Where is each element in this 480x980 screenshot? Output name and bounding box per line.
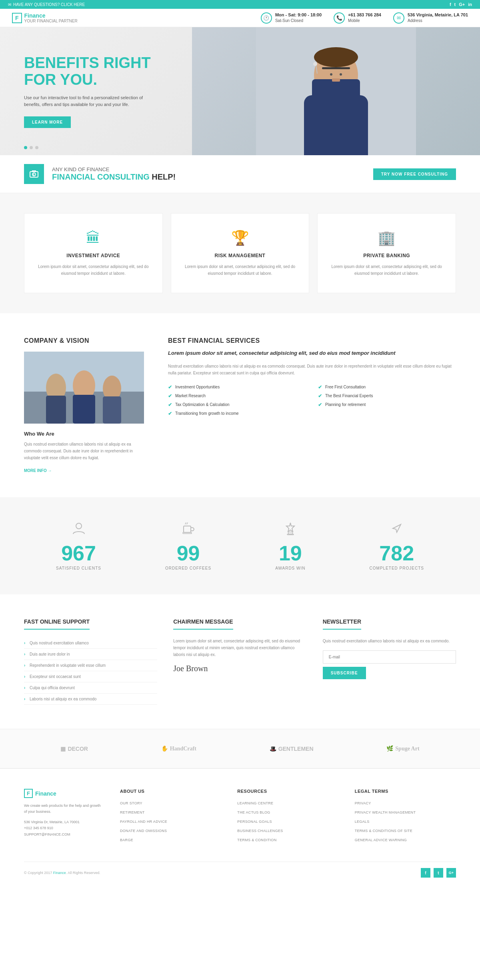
footer-link-donate[interactable]: DONATE AND OMISSIONS <box>120 829 167 833</box>
newsletter-title: NEWSLETTER <box>323 618 361 630</box>
consulting-icon: $ <box>24 164 44 184</box>
footer-link-personal-goals[interactable]: PERSONAL GOALS <box>237 820 272 824</box>
footer-facebook-icon[interactable]: f <box>421 868 430 878</box>
hero-title: BENEFITS RIGHT FOR YOU. <box>24 55 151 88</box>
footer-link-barge[interactable]: BARGE <box>120 838 133 842</box>
support-item-6: Laboris nisi ut aliquip ex ea commodo <box>24 694 157 705</box>
hero-dot-3[interactable] <box>35 146 38 149</box>
footer-link-learning[interactable]: LEARNING CENTRE <box>237 801 273 805</box>
facebook-icon[interactable]: f <box>450 2 451 7</box>
footer-link-our-story[interactable]: OUR STORY <box>120 801 142 805</box>
check-icon-4: ✔ <box>318 393 322 399</box>
service-title-banking: PRIVATE BANKING <box>330 253 444 258</box>
svg-rect-26 <box>184 526 191 532</box>
phone-icon: 📞 <box>334 12 345 24</box>
partners-section: ▦ DECOR ✋ HandCraft 🎩 GENTLEMEN 🌿 Spuge … <box>0 729 480 768</box>
clients-label: SATISFIED CLIENTS <box>56 566 101 570</box>
awards-label: AWARDS WIN <box>275 566 305 570</box>
awards-icon <box>275 521 305 539</box>
footer-logo-box: F <box>24 789 33 798</box>
footer-link-general-advice[interactable]: GENERAL ADVICE WARNING <box>355 838 407 842</box>
company-vision-title: COMPANY & VISION <box>24 337 144 344</box>
footer-logo-name: Finance <box>35 790 56 797</box>
svg-point-25 <box>76 523 82 529</box>
svg-rect-27 <box>183 532 192 534</box>
hours-label: Mon - Sat: 9:00 - 18:00 <box>275 12 322 18</box>
footer-link-privacy-wealth[interactable]: PRIVACY WEALTH MANAGEMENT <box>355 810 416 814</box>
footer-top: F Finance We create web products for the… <box>24 789 456 846</box>
top-bar-question[interactable]: HAVE ANY QUESTIONS? CLICK HERE <box>13 2 85 7</box>
support-item-5: Culpa qui officia doevrunt <box>24 682 157 694</box>
newsletter-email-input[interactable] <box>323 650 456 664</box>
chairman-text: Lorem ipsum dolor sit amet, consectetur … <box>173 638 306 658</box>
newsletter-subscribe-button[interactable]: SUBSCRIBE <box>323 667 366 679</box>
who-we-are-text: Quis nostrud exercitation ullamco labori… <box>24 441 144 461</box>
phone-sub: Mobile <box>348 18 360 23</box>
svg-rect-2 <box>304 95 368 155</box>
header-phone: 📞 +61 383 766 284 Mobile <box>334 12 381 24</box>
footer-link-terms-conditions-site[interactable]: TERMS & CONDITIONS OF SITE <box>355 829 412 833</box>
footer-link-terms-condition[interactable]: TERMS & CONDITION <box>237 838 276 842</box>
check-icon-2: ✔ <box>318 384 322 390</box>
coffees-number: 99 <box>165 543 211 564</box>
check-icon-5: ✔ <box>168 402 172 408</box>
top-bar: ✉ HAVE ANY QUESTIONS? CLICK HERE f t G+ … <box>0 0 480 9</box>
stat-awards: 19 AWARDS WIN <box>275 521 305 570</box>
service-desc-banking: Lorem ipsum dolor sit amet, consectetur … <box>330 263 444 277</box>
investment-icon: 🏛 <box>36 230 150 246</box>
footer-legal-title: LEGAL TERMS <box>355 789 456 794</box>
header-address: ✉ 536 Virginia, Metairie, LA 701 Address <box>393 12 468 24</box>
company-right: BEST FINANCIAL SERVICES Lorem ipsum dolo… <box>168 337 456 473</box>
spuge-art-icon: 🌿 <box>386 745 393 752</box>
partner-decor: ▦ DECOR <box>60 746 88 752</box>
svg-rect-4 <box>322 67 350 69</box>
features-grid: ✔ Investment Opportunities ✔ Free First … <box>168 384 456 416</box>
best-services-desc: Nostrud exercitation ullamco laboris nis… <box>168 363 456 376</box>
newsletter-col: NEWSLETTER Quis nostrud exercitation ull… <box>323 618 456 705</box>
footer-link-legals[interactable]: LEGALS <box>355 820 370 824</box>
services-section: 🏛 INVESTMENT ADVICE Lorem ipsum dolor si… <box>0 193 480 313</box>
footer-brand-text: We create web products for the help and … <box>24 803 104 814</box>
consulting-subtitle: ANY KIND OF FINANCE <box>52 166 176 172</box>
consulting-cta-button[interactable]: TRY NOW FREE CONSULTING <box>373 168 456 180</box>
footer-twitter-icon[interactable]: t <box>434 868 443 878</box>
projects-label: COMPLETED PROJECTS <box>370 566 424 570</box>
feature-investment: ✔ Investment Opportunities <box>168 384 306 390</box>
footer-link-actus[interactable]: THE ACTUS BLOG <box>237 810 270 814</box>
check-icon-1: ✔ <box>168 384 172 390</box>
phone-label: +61 383 766 284 <box>348 12 381 18</box>
service-desc-risk: Lorem ipsum dolor sit amet, consectetur … <box>183 263 297 277</box>
hero-dot-2[interactable] <box>30 146 33 149</box>
hero-cta-button[interactable]: LEARN MORE <box>24 116 71 128</box>
top-bar-social: f t G+ in <box>450 2 472 7</box>
support-item-1: Quis nostrud exercitation ullamco <box>24 638 157 649</box>
hero-dot-1[interactable] <box>24 146 27 149</box>
consulting-text: ANY KIND OF FINANCE FINANCIAL CONSULTING… <box>52 166 176 182</box>
footer-link-business[interactable]: BUSINESS CHALLENGES <box>237 829 283 833</box>
coffees-label: ORDERED COFFEES <box>165 566 211 570</box>
feature-market-research: ✔ Market Research <box>168 393 306 399</box>
footer-bottom: © Copyright 2017 Finance. All Rights Res… <box>24 862 456 878</box>
footer-link-payroll[interactable]: PAYROLL AND HR ADVICE <box>120 820 167 824</box>
more-info-link[interactable]: MORE INFO → <box>24 468 52 473</box>
hero-description: Use our fun interactive tool to find a p… <box>24 94 144 108</box>
support-title: FAST ONLINE SUPPORT <box>24 618 90 630</box>
footer-link-retirement[interactable]: RETIREMENT <box>120 810 145 814</box>
banking-icon: 🏢 <box>330 230 444 246</box>
partner-gentlemen: 🎩 GENTLEMEN <box>270 746 314 752</box>
best-services-lead: Lorem ipsum dolor sit amet, consectetur … <box>168 349 456 357</box>
copyright-brand: Finance <box>53 871 66 875</box>
footer-col-resources: RESOURCES LEARNING CENTRE THE ACTUS BLOG… <box>237 789 338 846</box>
service-title-risk: RISK MANAGEMENT <box>183 253 297 258</box>
projects-icon <box>370 521 424 539</box>
logo[interactable]: F Finance YOUR FINANCIAL PARTNER <box>12 12 78 23</box>
stat-coffees: 99 ORDERED COFFEES <box>165 521 211 570</box>
service-card-investment: 🏛 INVESTMENT ADVICE Lorem ipsum dolor si… <box>24 213 163 293</box>
footer-googleplus-icon[interactable]: G+ <box>446 868 456 878</box>
partner-spuge-art: 🌿 Spuge Art <box>386 745 419 752</box>
instagram-icon[interactable]: in <box>468 2 472 7</box>
googleplus-icon[interactable]: G+ <box>459 2 465 7</box>
awards-number: 19 <box>275 543 305 564</box>
footer-link-privacy[interactable]: PRIVACY <box>355 801 371 805</box>
twitter-icon[interactable]: t <box>454 2 456 7</box>
